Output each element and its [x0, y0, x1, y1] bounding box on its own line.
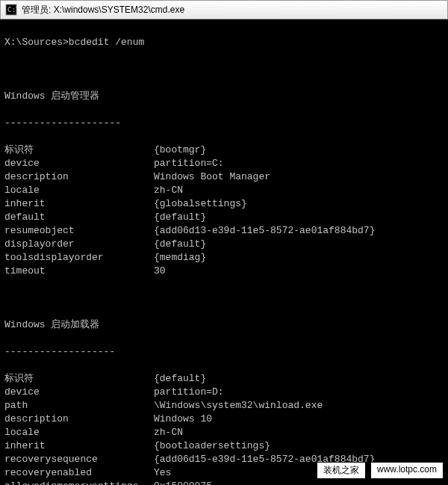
output-key: inherit — [4, 439, 154, 453]
output-row: inherit{bootloadersettings} — [4, 439, 444, 453]
watermark-brand: 装机之家 — [317, 462, 366, 479]
output-value: {bootmgr} — [154, 143, 206, 157]
output-row: devicepartition=C: — [4, 157, 444, 170]
output-value: {default} — [154, 211, 206, 224]
output-value: {add06d13-e39d-11e5-8572-ae01af884bd7} — [154, 224, 375, 238]
output-value: 0x15000075 — [154, 480, 212, 485]
cmd-icon: C:\ — [5, 4, 17, 16]
output-row: descriptionWindows Boot Manager — [4, 170, 444, 184]
output-value: zh-CN — [154, 426, 183, 439]
output-row: resumeobject{add06d13-e39d-11e5-8572-ae0… — [4, 224, 444, 238]
output-key: recoveryenabled — [4, 466, 154, 480]
output-key: 标识符 — [4, 372, 154, 386]
output-key: displayorder — [4, 238, 154, 251]
svg-text:C:\: C:\ — [7, 6, 17, 13]
output-row: inherit{globalsettings} — [4, 197, 444, 211]
terminal-output[interactable]: X:\Sources>bcdedit /enum Windows 启动管理器 -… — [0, 19, 448, 485]
output-key: timeout — [4, 265, 154, 278]
output-value: {globalsettings} — [154, 197, 247, 211]
output-row: toolsdisplayorder{memdiag} — [4, 251, 444, 265]
window-titlebar[interactable]: C:\ 管理员: X:\windows\SYSTEM32\cmd.exe — [0, 0, 448, 19]
output-row: path\Windows\system32\winload.exe — [4, 399, 444, 413]
output-value: Windows Boot Manager — [154, 170, 270, 184]
output-row: localezh-CN — [4, 184, 444, 197]
output-row: descriptionWindows 10 — [4, 413, 444, 426]
output-key: resumeobject — [4, 224, 154, 238]
output-key: locale — [4, 426, 154, 439]
output-key: device — [4, 386, 154, 399]
output-row: displayorder{default} — [4, 238, 444, 251]
output-value: partition=D: — [154, 386, 224, 399]
output-key: allowedinmemorysettings — [4, 480, 154, 485]
watermark: 装机之家 www.lotpc.com — [317, 462, 444, 479]
watermark-url: www.lotpc.com — [370, 462, 444, 479]
section-loader-title: Windows 启动加载器 — [4, 318, 444, 332]
output-value: partition=C: — [154, 157, 224, 170]
output-row: 标识符{default} — [4, 372, 444, 386]
output-key: device — [4, 157, 154, 170]
section-bootmgr-divider: -------------------- — [4, 117, 444, 130]
window-title: 管理员: X:\windows\SYSTEM32\cmd.exe — [22, 4, 184, 16]
prompt-command: bcdedit /enum — [69, 36, 144, 49]
section-bootmgr-title: Windows 启动管理器 — [4, 90, 444, 103]
output-row: localezh-CN — [4, 426, 444, 439]
output-key: recoverysequence — [4, 453, 154, 466]
output-key: inherit — [4, 197, 154, 211]
output-value: {memdiag} — [154, 251, 206, 265]
output-key: default — [4, 211, 154, 224]
output-key: 标识符 — [4, 143, 154, 157]
output-key: toolsdisplayorder — [4, 251, 154, 265]
output-row: 标识符{bootmgr} — [4, 143, 444, 157]
output-key: description — [4, 170, 154, 184]
output-value: {default} — [154, 372, 206, 386]
output-value: \Windows\system32\winload.exe — [154, 399, 323, 413]
output-value: zh-CN — [154, 184, 183, 197]
output-row: default{default} — [4, 211, 444, 224]
output-row: allowedinmemorysettings0x15000075 — [4, 480, 444, 485]
output-row: devicepartition=D: — [4, 386, 444, 399]
output-key: path — [4, 399, 154, 413]
output-key: description — [4, 413, 154, 426]
section-loader-divider: ------------------- — [4, 345, 444, 359]
output-value: {bootloadersettings} — [154, 439, 270, 453]
output-key: locale — [4, 184, 154, 197]
output-value: 30 — [154, 265, 166, 278]
output-value: Windows 10 — [154, 413, 212, 426]
output-value: Yes — [154, 466, 171, 480]
output-value: {default} — [154, 238, 206, 251]
output-row: timeout30 — [4, 265, 444, 278]
prompt-path: X:\Sources> — [4, 36, 69, 49]
